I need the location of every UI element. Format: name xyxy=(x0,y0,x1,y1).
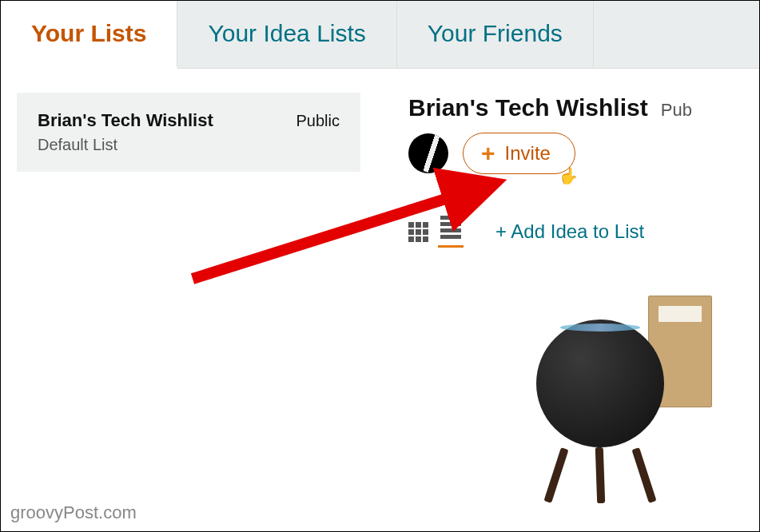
plus-icon: + xyxy=(481,141,495,165)
product-item[interactable] xyxy=(408,296,743,495)
grid-view-icon[interactable] xyxy=(408,222,428,242)
tab-your-lists[interactable]: Your Lists xyxy=(1,1,177,69)
list-detail: Brian's Tech Wishlist Pub + Invite 👆 xyxy=(408,93,743,495)
list-card-sublabel: Default List xyxy=(38,136,213,154)
content-area: Brian's Tech Wishlist Default List Publi… xyxy=(1,69,759,495)
tab-your-friends[interactable]: Your Friends xyxy=(397,1,594,68)
pointer-cursor-icon: 👆 xyxy=(559,166,579,185)
list-visibility: Pub xyxy=(661,100,692,121)
view-toggle xyxy=(408,216,464,248)
list-card[interactable]: Brian's Tech Wishlist Default List Publi… xyxy=(17,93,360,172)
tabs-bar: Your Lists Your Idea Lists Your Friends xyxy=(1,1,759,69)
add-idea-link[interactable]: + Add Idea to List xyxy=(495,220,644,243)
list-view-icon[interactable] xyxy=(438,216,464,248)
product-image xyxy=(512,296,712,495)
lists-sidebar: Brian's Tech Wishlist Default List Publi… xyxy=(17,93,360,495)
invite-label: Invite xyxy=(505,142,551,165)
watermark: groovyPost.com xyxy=(10,502,137,523)
avatar[interactable] xyxy=(408,133,448,173)
list-card-visibility: Public xyxy=(296,110,340,130)
tab-your-idea-lists[interactable]: Your Idea Lists xyxy=(177,1,396,68)
list-title: Brian's Tech Wishlist xyxy=(408,94,648,121)
list-card-title: Brian's Tech Wishlist xyxy=(38,110,213,131)
